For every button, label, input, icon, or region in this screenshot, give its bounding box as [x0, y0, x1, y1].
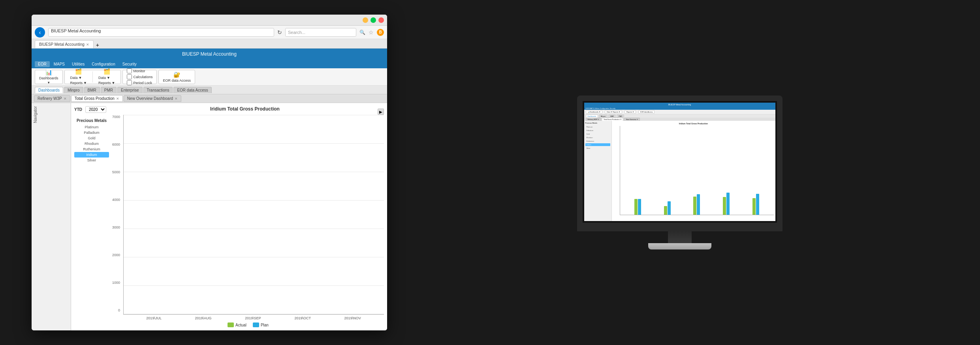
page-tab-overview-label: New Overview Dashboard	[127, 96, 173, 101]
reports2-label: Reports	[98, 81, 111, 85]
data2-sub-btn[interactable]: Data ▼	[97, 75, 117, 80]
period-lock-checkbox[interactable]	[127, 80, 132, 85]
metal-iridium[interactable]: Iridium	[74, 152, 109, 158]
page-tab-overview-close[interactable]: ✕	[175, 97, 178, 101]
menu-item-configuration[interactable]: Configuration	[88, 61, 118, 67]
search-icon[interactable]: 🔍	[359, 30, 365, 35]
nav-tab-enterprise[interactable]: Enterprise	[117, 87, 143, 93]
navigator-label: Navigator	[32, 103, 39, 126]
mini-rhodium: Rhodium	[585, 136, 610, 139]
metal-palladium[interactable]: Palladium	[74, 130, 109, 135]
page-tab-gross-close[interactable]: ✕	[116, 97, 119, 101]
reports-arrow: ▼	[83, 81, 87, 85]
mini-data-btn: Data ▼ Reports ▼	[605, 110, 622, 114]
y-label-6000: 6000	[112, 142, 120, 146]
minimize-button[interactable]	[363, 17, 368, 23]
period-lock-label: Period Lock	[133, 81, 152, 85]
mini-bar-4b	[726, 193, 730, 215]
close-button[interactable]	[378, 17, 384, 23]
metal-ruthenium[interactable]: Ruthenium	[74, 146, 109, 152]
new-tab-button[interactable]: +	[94, 42, 101, 48]
toolbar: 📊 Dashboards ▼ 🗂️ Data ▼ Reports	[32, 68, 387, 86]
mini-bar-1b	[638, 199, 641, 215]
y-label-2000: 2000	[112, 253, 120, 257]
monitor-checkbox[interactable]	[127, 68, 132, 73]
mini-bar-3b	[697, 194, 700, 215]
star-icon[interactable]: ☆	[369, 29, 374, 36]
reports2-arrow: ▼	[111, 81, 115, 85]
calculations-checkbox-label[interactable]: Calculations	[127, 74, 152, 79]
app-header: BlUESP Metal Accounting	[32, 49, 387, 60]
mini-iridium: Iridium	[585, 143, 610, 146]
metals-list: YTD 2020 Precious Metals Platinum Pallad…	[74, 106, 109, 327]
data2-button[interactable]: 🗂️ Data ▼ Reports ▼	[94, 68, 119, 86]
dashboards-label: Dashboards	[39, 76, 58, 80]
menu-item-eor[interactable]: EOR	[35, 61, 50, 67]
data-reports-group: 🗂️ Data ▼ Reports ▼ 🗂️	[64, 70, 121, 84]
maximize-button[interactable]	[371, 17, 376, 23]
y-label-4000: 4000	[112, 198, 120, 202]
nav-tab-dashboards[interactable]: Dashboards	[35, 87, 63, 93]
mini-bar-1a	[634, 199, 638, 215]
data-sub-btn[interactable]: Data ▼	[69, 75, 88, 80]
data-sub-group: Data ▼ Reports ▼	[69, 75, 88, 85]
legend-plan-color	[253, 322, 259, 327]
address-input[interactable]: BlUESP Metal Accounting	[48, 28, 274, 37]
title-bar	[32, 15, 387, 26]
legend-plan: Plan	[253, 322, 269, 327]
menu-item-security[interactable]: Security	[119, 61, 140, 67]
page-tab-gross-production[interactable]: Total Gross Production ✕	[71, 95, 123, 102]
metal-rhodium[interactable]: Rhodium	[74, 141, 109, 146]
nav-tab-transactions[interactable]: Transactions	[143, 87, 173, 93]
x-label-jul: 2019\JUL	[146, 316, 162, 320]
monitor-screen: BlUESP Metal Accounting EOR MAPS Utiliti…	[577, 96, 782, 226]
data2-sub-group: Data ▼ Reports ▼	[97, 75, 117, 85]
nav-tab-pmr[interactable]: PMR	[101, 87, 117, 93]
nav-tab-eor-access[interactable]: EOR data Access	[173, 87, 211, 93]
menu-bar: EOR MAPS Utilities Configuration Securit…	[32, 60, 387, 68]
refresh-button[interactable]: ↻	[277, 29, 282, 36]
reports-sub-btn[interactable]: Reports ▼	[69, 81, 88, 85]
y-label-3000: 3000	[112, 225, 120, 229]
user-avatar[interactable]: B	[377, 29, 384, 36]
mini-silver: Silver	[585, 147, 610, 150]
eor-access-button[interactable]: 🔐 EOR data Access	[160, 71, 193, 83]
back-button[interactable]: ‹	[35, 27, 45, 38]
eor-access-group: 🔐 EOR data Access	[158, 70, 195, 84]
y-label-7000: 7000	[112, 115, 120, 119]
active-tab[interactable]: BlUESP Metal Accounting ✕	[35, 40, 94, 48]
page-tab-refinery-label: Refinery W3P	[38, 96, 62, 101]
calculations-checkbox[interactable]	[127, 74, 132, 79]
monitor-checkboxes: Monitor Calculations Period Lock	[124, 68, 155, 86]
dashboards-button[interactable]: 📊 Dashboards ▼	[37, 68, 61, 85]
metal-platinum[interactable]: Platinum	[74, 124, 109, 130]
metal-silver[interactable]: Silver	[74, 158, 109, 163]
dashboard-icon: 📊	[45, 69, 52, 75]
metals-title: Precious Metals	[74, 118, 109, 123]
monitor-checkbox-label[interactable]: Monitor	[127, 68, 152, 73]
nav-tab-bmr[interactable]: BMR	[84, 87, 100, 93]
page-tab-overview[interactable]: New Overview Dashboard ✕	[124, 95, 181, 102]
metal-gold[interactable]: Gold	[74, 135, 109, 141]
menu-item-utilities[interactable]: Utilities	[69, 61, 88, 67]
y-label-5000: 5000	[112, 170, 120, 174]
reports2-sub-btn[interactable]: Reports ▼	[97, 81, 117, 85]
page-tab-refinery[interactable]: Refinery W3P ✕	[34, 95, 70, 102]
data2-icon: 🗂️	[103, 68, 110, 75]
mini-bar-3a	[693, 197, 696, 215]
collapse-button[interactable]: ▶	[378, 109, 384, 115]
navigator-sidebar: Navigator	[32, 103, 71, 330]
data-button[interactable]: 🗂️ Data ▼ Reports ▼	[66, 68, 91, 86]
nav-tab-minpro[interactable]: Minpro	[64, 87, 83, 93]
y-label-1000: 1000	[112, 281, 120, 285]
page-tab-refinery-close[interactable]: ✕	[64, 97, 67, 101]
year-select[interactable]: 2020	[85, 106, 106, 113]
address-bar: ‹ BlUESP Metal Accounting ↻ Search... 🔍 …	[32, 26, 387, 39]
search-field[interactable]: Search...	[285, 28, 356, 37]
menu-item-maps[interactable]: MAPS	[51, 61, 68, 67]
period-lock-checkbox-label[interactable]: Period Lock	[127, 80, 152, 85]
tab-close-icon[interactable]: ✕	[86, 43, 89, 47]
chart-title: Iridium Total Gross Production	[210, 106, 280, 112]
tab-label: BlUESP Metal Accounting	[39, 42, 85, 47]
legend-actual-color	[228, 322, 234, 327]
